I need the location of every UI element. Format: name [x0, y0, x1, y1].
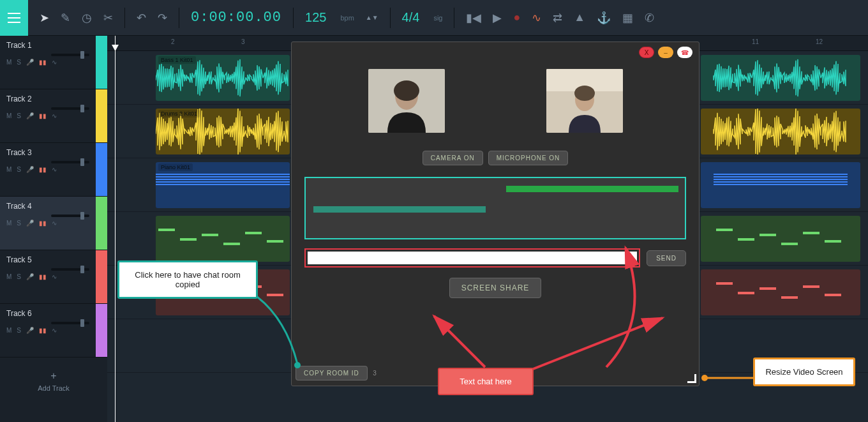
play-icon[interactable]: ▶ [493, 11, 502, 25]
timecode-display[interactable]: 0:00:00.00 [191, 10, 281, 26]
audio-clip[interactable] [701, 162, 860, 208]
automation-toggle-icon[interactable]: ∿ [52, 166, 57, 173]
metronome-icon[interactable]: ▲ [574, 11, 585, 24]
meter-icon[interactable]: ▮▮ [39, 327, 47, 334]
audio-clip[interactable]: Bass 1 Kit01 [156, 55, 290, 101]
mute-button[interactable]: M [6, 59, 11, 66]
mute-button[interactable]: M [6, 112, 11, 119]
svg-rect-28 [716, 282, 733, 285]
track-header[interactable]: Track 5 M S 🎤 ▮▮ ∿ [0, 250, 107, 304]
solo-button[interactable]: S [17, 59, 21, 66]
audio-clip[interactable] [701, 216, 860, 262]
redo-icon[interactable]: ↷ [158, 11, 167, 25]
track-header[interactable]: Track 3 M S 🎤 ▮▮ ∿ [0, 143, 107, 197]
volume-slider[interactable] [51, 268, 89, 271]
automation-toggle-icon[interactable]: ∿ [52, 273, 57, 280]
track-color-strip [96, 304, 107, 357]
bpm-value[interactable]: 125 [305, 10, 326, 25]
meter-icon[interactable]: ▮▮ [39, 59, 47, 66]
screen-share-button[interactable]: SCREEN SHARE [449, 278, 542, 298]
send-button[interactable]: SEND [647, 250, 686, 266]
volume-slider[interactable] [51, 54, 89, 56]
resize-handle[interactable] [687, 374, 696, 383]
scissors-tool-icon[interactable]: ✂ [103, 11, 113, 25]
hangup-button[interactable]: ☎ [677, 47, 692, 58]
solo-button[interactable]: S [17, 220, 21, 227]
audio-clip[interactable] [701, 269, 860, 315]
arm-record-icon[interactable]: 🎤 [26, 59, 34, 66]
camera-toggle-button[interactable]: CAMERA ON [423, 151, 483, 165]
svg-rect-15 [267, 240, 283, 243]
timer-tool-icon[interactable]: ◷ [82, 11, 92, 25]
svg-rect-9 [714, 184, 848, 185]
pointer-tool-icon[interactable]: ➤ [40, 11, 49, 25]
svg-point-40 [574, 86, 595, 101]
arm-record-icon[interactable]: 🎤 [26, 166, 34, 173]
svg-rect-30 [760, 287, 776, 290]
arm-record-icon[interactable]: 🎤 [26, 327, 34, 334]
audio-clip[interactable] [701, 109, 860, 154]
automation-toggle-icon[interactable]: ∿ [52, 327, 57, 334]
mute-button[interactable]: M [6, 327, 11, 334]
automation-icon[interactable]: ∿ [532, 11, 541, 25]
svg-rect-8 [714, 181, 848, 183]
meter-icon[interactable]: ▮▮ [39, 166, 47, 173]
automation-toggle-icon[interactable]: ∿ [52, 112, 57, 119]
microphone-toggle-button[interactable]: MICROPHONE ON [488, 151, 569, 165]
audio-clip[interactable]: Piano Kit01 [156, 162, 290, 208]
record-icon[interactable]: ● [513, 11, 520, 24]
close-call-button[interactable]: X [639, 47, 654, 58]
solo-button[interactable]: S [17, 327, 21, 334]
chat-message-local [313, 206, 486, 213]
track-header[interactable]: Track 2 M S 🎤 ▮▮ ∿ [0, 89, 107, 143]
meter-icon[interactable]: ▮▮ [39, 112, 47, 119]
clip-label: Piano Kit01 [158, 163, 193, 171]
skip-back-icon[interactable]: ▮◀ [466, 11, 481, 25]
svg-rect-4 [156, 184, 290, 185]
track-header[interactable]: Track 4 M S 🎤 ▮▮ ∿ [0, 197, 107, 250]
toolbar: ➤ ✎ ◷ ✂ ↶ ↷ 0:00:00.00 125 bpm ▲▼ 4/4 si… [0, 0, 868, 36]
solo-button[interactable]: S [17, 166, 21, 173]
add-track-label: Add Track [38, 384, 70, 392]
volume-slider[interactable] [51, 161, 89, 163]
chat-input[interactable] [308, 252, 637, 264]
meter-icon[interactable]: ▮▮ [39, 273, 47, 280]
anchor-icon[interactable]: ⚓ [597, 11, 611, 25]
audio-clip[interactable]: Drums 2 Kit01 [156, 109, 290, 154]
volume-slider[interactable] [51, 215, 89, 217]
audio-clip[interactable] [156, 216, 290, 262]
svg-rect-0 [156, 174, 290, 175]
svg-rect-29 [738, 292, 754, 294]
automation-toggle-icon[interactable]: ∿ [52, 59, 57, 66]
playhead[interactable] [115, 36, 116, 422]
add-track-button[interactable]: + Add Track [0, 358, 107, 405]
bpm-stepper-icon[interactable]: ▲▼ [366, 14, 378, 21]
menu-button[interactable] [0, 0, 28, 36]
mute-button[interactable]: M [6, 220, 11, 227]
mute-button[interactable]: M [6, 166, 11, 173]
meter-icon[interactable]: ▮▮ [39, 220, 47, 227]
volume-slider[interactable] [51, 322, 89, 324]
timesig-value[interactable]: 4/4 [402, 10, 420, 25]
loop-icon[interactable]: ⇄ [553, 11, 562, 25]
arm-record-icon[interactable]: 🎤 [26, 273, 34, 280]
callout-text-chat: Text chat here [438, 368, 534, 395]
arm-record-icon[interactable]: 🎤 [26, 112, 34, 119]
solo-button[interactable]: S [17, 112, 21, 119]
svg-rect-1 [156, 176, 290, 177]
svg-rect-18 [760, 234, 776, 236]
audio-clip[interactable] [701, 55, 860, 101]
pencil-tool-icon[interactable]: ✎ [61, 11, 70, 25]
arm-record-icon[interactable]: 🎤 [26, 220, 34, 227]
call-icon[interactable]: ✆ [645, 11, 654, 25]
copy-room-id-button[interactable]: COPY ROOM ID [296, 366, 368, 381]
track-header[interactable]: Track 1 M S 🎤 ▮▮ ∿ [0, 36, 107, 89]
automation-toggle-icon[interactable]: ∿ [52, 220, 57, 227]
track-header[interactable]: Track 6 M S 🎤 ▮▮ ∿ [0, 304, 107, 358]
undo-icon[interactable]: ↶ [137, 11, 146, 25]
minimize-button[interactable]: – [658, 47, 673, 58]
solo-button[interactable]: S [17, 273, 21, 280]
mute-button[interactable]: M [6, 273, 11, 280]
snap-icon[interactable]: ▦ [622, 11, 633, 25]
volume-slider[interactable] [51, 107, 89, 110]
